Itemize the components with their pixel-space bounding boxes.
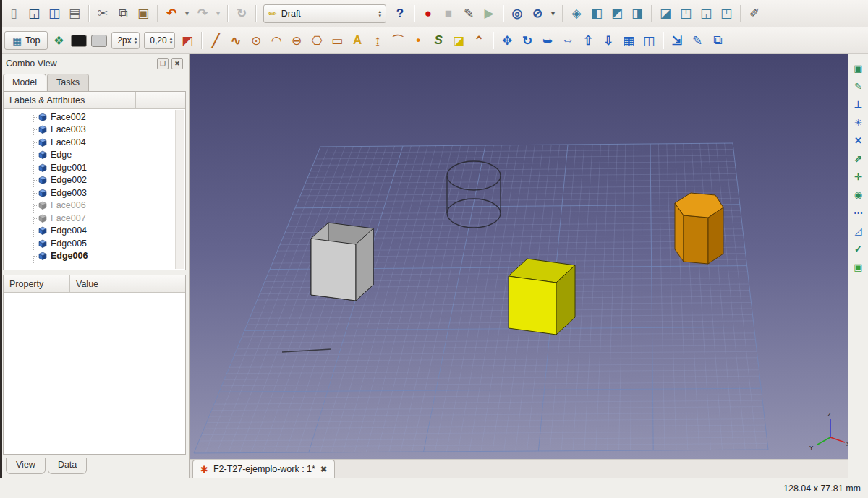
snap-midpoint[interactable]: ⊥ — [851, 96, 867, 112]
save[interactable]: ◫ — [45, 4, 64, 23]
redo-dropdown[interactable]: ▾ — [213, 4, 223, 23]
snap-angle[interactable]: ◿ — [851, 223, 867, 239]
snap-lock[interactable]: ▣ — [851, 60, 867, 76]
tab-data[interactable]: Data — [48, 458, 87, 474]
clip-plane[interactable]: ⊘ — [528, 4, 547, 23]
draft-rotate[interactable]: ↻ — [518, 31, 537, 50]
face-color-swatch[interactable] — [91, 35, 107, 47]
draft-line[interactable]: ╱ — [206, 31, 225, 50]
line-color-swatch[interactable] — [71, 35, 87, 47]
object-yellow-cube[interactable] — [509, 259, 575, 335]
macro-play[interactable]: ▶ — [480, 4, 498, 23]
snap-endpoint[interactable]: ✎ — [851, 78, 867, 94]
view-front[interactable]: ◧ — [587, 4, 606, 23]
snap-dimensions[interactable]: ✓ — [851, 241, 867, 257]
draft-point[interactable]: • — [409, 31, 427, 50]
toggle-grid-button[interactable]: ❖ — [49, 31, 68, 50]
print[interactable]: ▤ — [65, 4, 84, 23]
tree-item-edge006[interactable]: Edge006 — [4, 250, 185, 263]
view-axonometric[interactable]: ◳ — [717, 4, 736, 23]
document-tab[interactable]: ✱ F2-T27-ejemplo-work : 1* ✖ — [192, 460, 335, 478]
tree-item-edge003[interactable]: Edge003 — [4, 186, 185, 199]
tree-item-edge001[interactable]: Edge001 — [4, 161, 185, 174]
undo-dropdown[interactable]: ▾ — [182, 4, 192, 23]
draft-fillet[interactable]: ⌃ — [469, 31, 488, 50]
draft-facebinder[interactable]: ◪ — [449, 31, 468, 50]
view-left[interactable]: ◱ — [697, 4, 715, 23]
scale-spinner[interactable]: 0,20 ▴▾ — [144, 32, 175, 49]
view-right[interactable]: ◨ — [628, 4, 647, 23]
draft-trimex[interactable]: ⇔ — [558, 31, 577, 50]
snap-extension[interactable]: ✛ — [851, 168, 867, 184]
tree-item-face003[interactable]: Face003 — [4, 124, 185, 137]
refresh[interactable]: ↻ — [232, 4, 251, 23]
workbench-selector[interactable]: ✏ Draft ▴▾ — [263, 4, 386, 23]
draft-layers[interactable]: ⧉ — [708, 31, 727, 50]
snap-grid[interactable]: ✳ — [851, 114, 867, 130]
draft-polygon[interactable]: ⎔ — [307, 31, 326, 50]
macro-record[interactable]: ● — [419, 4, 438, 23]
close-panel-button[interactable]: ✖ — [171, 58, 183, 69]
tree-item-face002[interactable]: Face002 — [4, 111, 185, 124]
float-panel-button[interactable]: ❐ — [157, 58, 169, 69]
tab-view[interactable]: View — [6, 458, 46, 474]
draft-arc[interactable]: ◠ — [267, 31, 286, 50]
draft-shapestring[interactable]: S — [429, 31, 448, 50]
open-file[interactable]: ◲ — [25, 4, 43, 23]
undo[interactable]: ↶ — [162, 4, 181, 23]
draft-offset[interactable]: ➥ — [538, 31, 557, 50]
measure-tool[interactable]: ✐ — [745, 4, 764, 23]
draft-scale[interactable]: ⇲ — [668, 31, 686, 50]
spinner-arrows-icon[interactable]: ▴▾ — [170, 36, 173, 45]
tree-scrollbar[interactable] — [175, 110, 184, 269]
draft-array[interactable]: ▦ — [619, 31, 638, 50]
tab-model[interactable]: Model — [3, 74, 46, 91]
snap-working-plane[interactable]: ▣ — [851, 259, 867, 275]
line-width-spinner[interactable]: 2px ▴▾ — [111, 32, 140, 49]
view-rear[interactable]: ◪ — [656, 4, 675, 23]
tree-item-edge005[interactable]: Edge005 — [4, 237, 185, 250]
whats-this[interactable]: ? — [391, 4, 409, 23]
zoom-box[interactable]: ◎ — [508, 4, 527, 23]
working-plane-button[interactable]: ▦ Top — [4, 31, 48, 50]
draft-downgrade[interactable]: ⇩ — [599, 31, 618, 50]
snap-ortho[interactable]: ⋯ — [851, 205, 867, 220]
draft-upgrade[interactable]: ⇧ — [579, 31, 597, 50]
draft-text[interactable]: A — [348, 31, 367, 50]
snap-intersection[interactable]: ✕ — [851, 132, 867, 148]
draft-apply-style[interactable]: ✎ — [688, 31, 707, 50]
3d-viewport[interactable]: Z X Y — [190, 54, 848, 459]
view-top[interactable]: ◩ — [608, 4, 626, 23]
snap-parallel[interactable]: ⇗ — [851, 150, 867, 166]
cut[interactable]: ✂ — [93, 4, 112, 23]
draft-circle[interactable]: ⊙ — [247, 31, 265, 50]
draft-move[interactable]: ✥ — [498, 31, 516, 50]
new-document[interactable]: ▯ — [4, 4, 23, 23]
spinner-arrows-icon[interactable]: ▴▾ — [135, 36, 137, 45]
draft-polyline[interactable]: ∿ — [226, 31, 245, 50]
object-orange-prism[interactable] — [675, 193, 723, 264]
draft-dimension[interactable]: ↨ — [368, 31, 387, 50]
tree-item-face007[interactable]: Face007 — [4, 212, 185, 225]
redo[interactable]: ↷ — [193, 4, 212, 23]
copy[interactable]: ⧉ — [114, 4, 132, 23]
construction-mode-button[interactable]: ◩ — [178, 31, 197, 50]
tree-item-edge004[interactable]: Edge004 — [4, 225, 185, 238]
tree-item-edge[interactable]: Edge — [4, 149, 185, 162]
draft-mirror[interactable]: ◫ — [639, 31, 658, 50]
draft-rectangle[interactable]: ▭ — [328, 31, 346, 50]
draft-ellipse[interactable]: ⊖ — [287, 31, 306, 50]
tree-item-face004[interactable]: Face004 — [4, 136, 185, 149]
view-bottom[interactable]: ◰ — [676, 4, 695, 23]
paste[interactable]: ▣ — [134, 4, 153, 23]
view-isometric[interactable]: ◈ — [567, 4, 586, 23]
object-gray-box[interactable] — [311, 223, 373, 301]
tab-tasks[interactable]: Tasks — [47, 74, 89, 91]
view-dropdown[interactable]: ▾ — [548, 4, 558, 23]
tree-item-edge002[interactable]: Edge002 — [4, 174, 185, 187]
sketch-line[interactable] — [282, 349, 331, 352]
macro-stop[interactable]: ■ — [439, 4, 458, 23]
tree-item-face006[interactable]: Face006 — [4, 199, 185, 212]
snap-center[interactable]: ◉ — [851, 186, 867, 202]
viewport-canvas[interactable]: Z X Y — [190, 54, 848, 459]
